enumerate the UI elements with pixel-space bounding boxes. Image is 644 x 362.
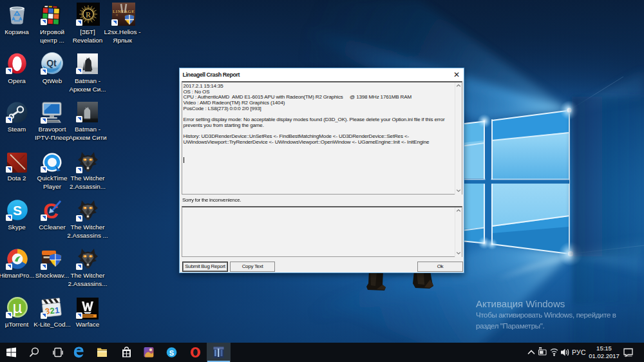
svg-text:1: 1 (54, 305, 60, 316)
svg-text:µ: µ (13, 298, 23, 317)
svg-text:Qt: Qt (46, 58, 57, 68)
svg-text:S: S (169, 349, 174, 357)
svg-text:S: S (13, 203, 22, 218)
svg-text:II: II (116, 14, 118, 17)
svg-text:R: R (86, 10, 91, 19)
